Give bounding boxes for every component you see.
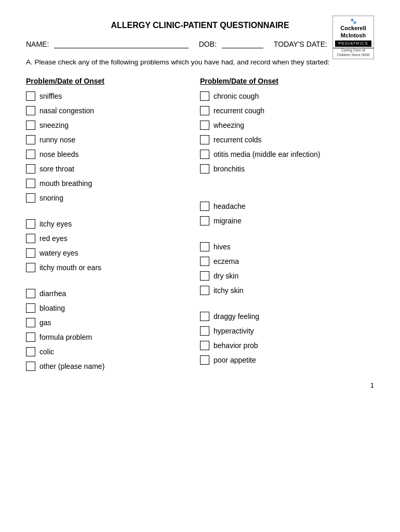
name-label: NAME: [26, 40, 49, 48]
checkbox[interactable] [26, 91, 35, 101]
item-label: mouth breathing [39, 179, 92, 188]
spacer [200, 179, 364, 190]
checkbox[interactable] [26, 318, 35, 327]
checkbox[interactable] [26, 332, 35, 342]
checkbox[interactable] [26, 303, 35, 313]
checklist-columns: Problem/Date of Onset snifflesnasal cong… [26, 77, 374, 376]
list-item: sniffles [26, 91, 190, 101]
list-item: bloating [26, 303, 190, 313]
item-label: gas [39, 318, 51, 327]
checkbox[interactable] [200, 150, 209, 159]
logo-sub: PEDIATRICS [335, 41, 371, 47]
list-item: recurrent cough [200, 106, 364, 115]
spacer [200, 190, 364, 202]
checkbox[interactable] [200, 326, 209, 336]
right-column: Problem/Date of Onset chronic coughrecur… [200, 77, 374, 376]
item-label: colic [39, 348, 54, 356]
list-item: recurrent colds [200, 135, 364, 144]
list-item: itchy mouth or ears [26, 263, 190, 272]
item-label: recurrent colds [214, 136, 262, 144]
item-label: runny nose [39, 136, 75, 144]
list-item: itchy skin [200, 286, 364, 295]
checkbox[interactable] [26, 135, 35, 144]
page-title: ALLERGY CLINIC-PATIENT QUESTIONNAIRE [26, 16, 374, 30]
checkbox[interactable] [26, 179, 35, 188]
checkbox[interactable] [26, 347, 35, 356]
name-row: NAME: DOB: TODAY'S DATE: [26, 39, 374, 48]
logo-line1: Cockerell [335, 24, 371, 32]
name-field[interactable] [54, 39, 188, 48]
item-label: draggy feeling [214, 312, 259, 321]
checkbox[interactable] [200, 106, 209, 115]
page-number: 1 [370, 381, 374, 389]
list-item: nasal congestion [26, 106, 190, 115]
list-item: headache [200, 202, 364, 211]
list-item: gas [26, 318, 190, 327]
item-label: bloating [39, 304, 65, 312]
list-item: draggy feeling [200, 312, 364, 321]
checkbox[interactable] [26, 193, 35, 203]
item-label: headache [214, 202, 246, 210]
list-item: diarrhea [26, 289, 190, 298]
item-label: watery eyes [39, 249, 78, 257]
item-label: hives [214, 243, 231, 251]
clinic-logo: 🐾 Cockerell McIntosh PEDIATRICS Caring C… [332, 16, 374, 59]
checkbox[interactable] [200, 257, 209, 266]
item-label: diarrhea [39, 289, 66, 298]
checkbox[interactable] [200, 286, 209, 295]
list-item: hives [200, 242, 364, 251]
logo-line2: McIntosh [335, 32, 371, 39]
checkbox[interactable] [26, 289, 35, 298]
item-label: sore throat [39, 165, 74, 173]
checkbox[interactable] [200, 135, 209, 144]
checkbox[interactable] [26, 219, 35, 229]
item-label: migraine [214, 217, 242, 225]
list-item: other (please name) [26, 362, 190, 371]
list-item: nose bleeds [26, 150, 190, 159]
list-item: mouth breathing [26, 179, 190, 188]
checkbox[interactable] [200, 202, 209, 211]
list-item: red eyes [26, 234, 190, 243]
checkbox[interactable] [200, 242, 209, 251]
checkbox[interactable] [200, 312, 209, 321]
spacer [200, 231, 364, 242]
checkbox[interactable] [26, 150, 35, 159]
checkbox[interactable] [200, 271, 209, 281]
checkbox[interactable] [26, 121, 35, 130]
checkbox[interactable] [200, 121, 209, 130]
item-label: itchy mouth or ears [39, 263, 101, 272]
list-item: poor appetite [200, 355, 364, 365]
item-label: behavior prob [214, 341, 258, 350]
spacer [26, 208, 190, 219]
checkbox[interactable] [26, 164, 35, 174]
checkbox[interactable] [200, 216, 209, 225]
checkbox[interactable] [200, 164, 209, 174]
logo-tagline: Caring Care of Children Since 0000 [335, 48, 371, 57]
spacer [200, 300, 364, 312]
item-label: wheezing [214, 121, 244, 129]
list-item: watery eyes [26, 248, 190, 258]
item-label: poor appetite [214, 356, 256, 364]
dob-field[interactable] [222, 39, 263, 48]
checkbox[interactable] [200, 355, 209, 365]
today-label: TODAY'S DATE: [274, 40, 327, 48]
checkbox[interactable] [26, 263, 35, 272]
list-item: sneezing [26, 121, 190, 130]
item-label: recurrent cough [214, 107, 264, 115]
checkbox[interactable] [200, 91, 209, 101]
item-label: bronchitis [214, 165, 245, 173]
checkbox[interactable] [26, 362, 35, 371]
checkbox[interactable] [26, 248, 35, 258]
list-item: bronchitis [200, 164, 364, 174]
item-label: otitis media (middle ear infection) [214, 150, 320, 158]
item-label: chronic cough [214, 92, 259, 100]
list-item: eczema [200, 257, 364, 266]
item-label: other (please name) [39, 362, 104, 370]
checkbox[interactable] [200, 341, 209, 350]
right-items-container: chronic coughrecurrent coughwheezingrecu… [200, 91, 364, 365]
dob-label: DOB: [199, 40, 217, 48]
list-item: itchy eyes [26, 219, 190, 229]
checkbox[interactable] [26, 106, 35, 115]
checkbox[interactable] [26, 234, 35, 243]
list-item: wheezing [200, 121, 364, 130]
